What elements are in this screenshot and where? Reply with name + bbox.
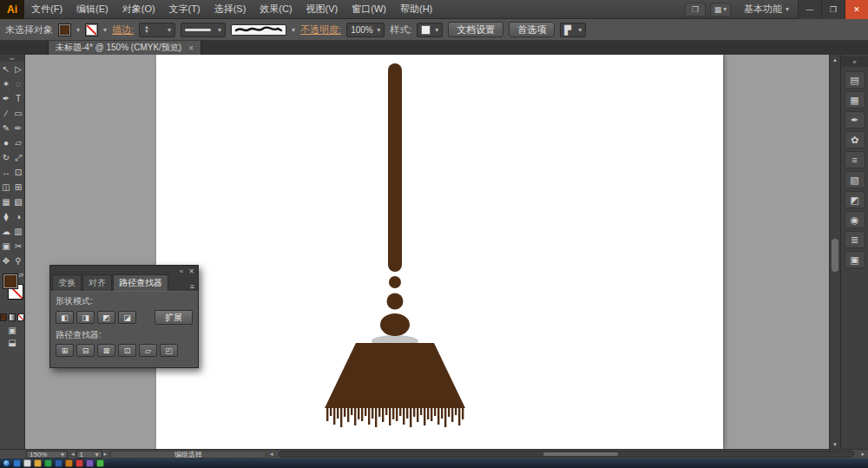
opacity-link[interactable]: 不透明度:	[300, 23, 341, 36]
hand-tool-icon[interactable]: ✥	[0, 254, 12, 268]
menu-item[interactable]: 视图(V)	[299, 0, 345, 19]
style-swatch-select[interactable]: ▾	[417, 23, 443, 37]
merge-icon[interactable]: ⊠	[97, 344, 115, 357]
menu-item[interactable]: 帮助(H)	[393, 0, 439, 19]
layers-panel-icon[interactable]: ≣	[845, 231, 865, 248]
screen-mode-icon[interactable]: ⬓	[8, 338, 16, 347]
blend-tool-icon[interactable]: ◑	[12, 209, 24, 224]
selection-tool-icon[interactable]: ↖	[0, 62, 12, 76]
workspace-switcher[interactable]: 基本功能 ▾	[735, 3, 798, 16]
divide-icon[interactable]: ⊞	[56, 344, 74, 357]
color-button[interactable]	[0, 313, 7, 321]
minus-back-icon[interactable]: ◰	[160, 344, 178, 357]
close-button[interactable]: ✕	[845, 0, 868, 19]
drawing-mode-icon[interactable]: ▣	[8, 326, 16, 335]
chevron-down-icon[interactable]: ▾	[292, 26, 295, 34]
crop-icon[interactable]: ⊡	[118, 344, 136, 357]
taskbar-icon-9[interactable]	[96, 459, 104, 467]
taskbar-icon-4[interactable]	[44, 459, 52, 467]
gradient-panel-icon[interactable]: ▧	[845, 171, 865, 188]
menu-item[interactable]: 窗口(W)	[345, 0, 393, 19]
direct-selection-tool-icon[interactable]: ▷	[12, 62, 24, 76]
free-transform-tool-icon[interactable]: ⊡	[12, 165, 24, 180]
tab-close-icon[interactable]: ×	[188, 43, 194, 53]
menu-item[interactable]: 文字(T)	[162, 0, 207, 19]
width-profile-select[interactable]: ▾	[181, 23, 226, 37]
eyedropper-tool-icon[interactable]: ⧫	[0, 209, 12, 224]
gradient-tool-icon[interactable]: ▧	[12, 194, 24, 209]
slice-tool-icon[interactable]: ✂	[12, 239, 24, 254]
current-tool-display[interactable]: 编组选择	[110, 451, 266, 458]
artboard-number-select[interactable]: 1 ▾	[76, 451, 102, 458]
swatches-panel-icon[interactable]: ▦	[845, 91, 865, 109]
rectangle-tool-icon[interactable]: ▭	[12, 106, 24, 121]
width-tool-icon[interactable]: ↔	[0, 165, 12, 180]
taskbar-icon-6[interactable]	[65, 459, 73, 467]
document-setup-button[interactable]: 文档设置	[448, 22, 503, 37]
transparency-panel-icon[interactable]: ◩	[845, 191, 865, 208]
trim-icon[interactable]: ⊟	[76, 344, 95, 357]
rotate-tool-icon[interactable]: ↻	[0, 150, 12, 165]
bridge-icon[interactable]: ❐	[685, 3, 706, 16]
opacity-select[interactable]: 100% ▾	[346, 23, 385, 37]
start-button[interactable]	[3, 459, 10, 467]
horizontal-scroll-thumb[interactable]	[543, 452, 618, 456]
taskbar-icon-7[interactable]	[76, 459, 83, 467]
taskbar-icon-3[interactable]	[34, 459, 42, 467]
panel-tab[interactable]: 对齐	[82, 274, 112, 291]
stepper-icon[interactable]: ▲▼	[143, 25, 150, 34]
maximize-button[interactable]: ❐	[821, 0, 845, 19]
prev-artboard-icon[interactable]: ◂	[71, 451, 75, 458]
preferences-button[interactable]: 首选项	[509, 22, 555, 37]
brush-definition-preview[interactable]	[231, 24, 286, 36]
outline-icon[interactable]: ▱	[139, 344, 157, 357]
scroll-right-icon[interactable]: ▸	[861, 451, 865, 458]
swap-fill-stroke-icon[interactable]: ⇄	[18, 272, 23, 279]
magic-wand-tool-icon[interactable]: ✶	[0, 76, 12, 91]
minus-front-icon[interactable]: ◨	[76, 311, 95, 324]
chevron-down-icon[interactable]: ▾	[103, 26, 107, 34]
stroke-color-swatch[interactable]	[85, 23, 98, 36]
pen-tool-icon[interactable]: ✒	[0, 91, 12, 106]
stroke-panel-icon[interactable]: ≡	[845, 151, 865, 168]
fill-swatch[interactable]	[3, 274, 18, 289]
chevron-down-icon[interactable]: ▾	[76, 26, 80, 34]
appearance-panel-icon[interactable]: ◉	[845, 211, 865, 228]
color-panel-icon[interactable]: ▤	[845, 71, 865, 89]
vertical-scroll-thumb[interactable]	[832, 239, 838, 272]
gradient-button[interactable]	[9, 313, 16, 321]
next-artboard-icon[interactable]: ▸	[104, 451, 108, 458]
panel-menu-icon[interactable]: ≡	[188, 282, 196, 291]
align-options-icon[interactable]: ▛ ▾	[560, 23, 586, 37]
dock-expand-icon[interactable]: «	[841, 56, 868, 67]
blob-brush-tool-icon[interactable]: ●	[0, 135, 12, 150]
unite-icon[interactable]: ◧	[56, 311, 74, 324]
none-button[interactable]	[17, 313, 24, 321]
panel-collapse-icon[interactable]: «	[180, 267, 183, 275]
menu-item[interactable]: 文件(F)	[24, 0, 69, 19]
column-graph-tool-icon[interactable]: ▥	[12, 224, 24, 239]
menu-item[interactable]: 选择(S)	[207, 0, 253, 19]
zoom-tool-icon[interactable]: ⚲	[12, 254, 24, 268]
intersect-icon[interactable]: ◩	[97, 311, 115, 324]
artboard[interactable]	[156, 55, 723, 449]
arrange-documents-icon[interactable]: ▦ ▾	[710, 3, 731, 16]
paintbrush-tool-icon[interactable]: ✎	[0, 121, 12, 135]
menu-item[interactable]: 效果(C)	[253, 0, 299, 19]
scroll-left-icon[interactable]: ◂	[270, 451, 273, 458]
artboards-panel-icon[interactable]: ▣	[845, 251, 865, 268]
line-segment-tool-icon[interactable]: ∕	[0, 106, 12, 121]
stroke-link[interactable]: 描边:	[112, 23, 134, 36]
zoom-select[interactable]: 150% ▾	[26, 451, 68, 458]
minimize-button[interactable]: —	[798, 0, 821, 19]
taskbar-icon-5[interactable]	[55, 459, 62, 467]
perspective-grid-tool-icon[interactable]: ⊞	[12, 180, 24, 194]
type-tool-icon[interactable]: T	[12, 91, 24, 106]
symbol-sprayer-tool-icon[interactable]: ☁	[0, 224, 12, 239]
scroll-down-icon[interactable]: ▼	[830, 439, 840, 449]
lasso-tool-icon[interactable]: ◌	[12, 76, 24, 91]
horizontal-scrollbar[interactable]	[279, 451, 855, 458]
eraser-tool-icon[interactable]: ▱	[12, 135, 24, 150]
expand-button[interactable]: 扩展	[155, 310, 193, 325]
brushes-panel-icon[interactable]: ✒	[845, 111, 865, 129]
